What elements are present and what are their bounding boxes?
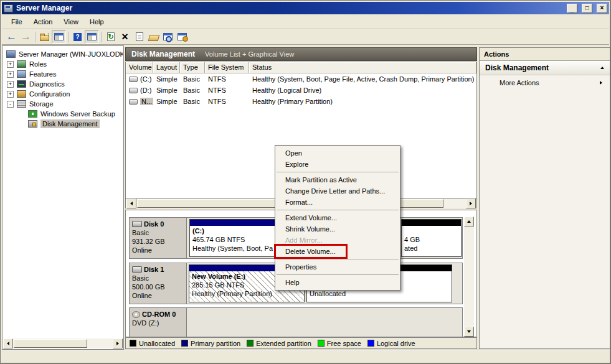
actions-pane-title: Actions: [480, 48, 610, 61]
roles-icon: [17, 60, 26, 68]
find-button[interactable]: [161, 30, 175, 44]
column-header-layout[interactable]: Layout: [153, 62, 180, 73]
disk-icon: [132, 266, 142, 273]
context-menu-format[interactable]: Format...: [275, 197, 400, 208]
open-folder-icon: [148, 35, 159, 41]
new-window-button[interactable]: [175, 30, 189, 44]
refresh-button[interactable]: [103, 30, 118, 44]
maximize-button[interactable]: □: [582, 4, 592, 13]
show-action-pane-button[interactable]: [85, 30, 99, 44]
storage-icon: [17, 100, 26, 108]
context-menu-delete-volume[interactable]: Delete Volume...: [275, 246, 400, 257]
close-button[interactable]: ×: [597, 4, 607, 13]
extended-partition-swatch: [247, 340, 253, 347]
tree-item-disk-management[interactable]: Disk Management: [3, 119, 123, 129]
action-pane-icon: [87, 33, 97, 40]
scroll-left-button[interactable]: [3, 338, 13, 348]
more-actions-item[interactable]: More Actions: [480, 75, 610, 90]
column-header-status[interactable]: Status: [249, 62, 476, 73]
menu-help[interactable]: Help: [84, 16, 110, 27]
disk-0-label[interactable]: Disk 0 Basic 931.32 GB Online: [130, 218, 187, 258]
delete-button[interactable]: [118, 30, 132, 44]
down-arrow-icon: [467, 330, 471, 335]
left-arrow-icon: [128, 202, 133, 205]
help-button[interactable]: [70, 30, 85, 44]
menu-action[interactable]: Action: [28, 16, 59, 27]
context-menu-explore[interactable]: Explore: [275, 159, 400, 170]
tree-item-roles[interactable]: + Roles: [3, 59, 123, 69]
expand-icon[interactable]: +: [7, 91, 14, 98]
context-menu-open[interactable]: Open: [275, 147, 400, 159]
cdrom-0-label[interactable]: CD-ROM 0 DVD (Z:) No Media: [130, 308, 187, 337]
new-window-icon: [178, 33, 187, 40]
tree-item-diagnostics[interactable]: + Diagnostics: [3, 79, 123, 89]
cdrom-0-row: CD-ROM 0 DVD (Z:) No Media: [129, 307, 463, 337]
scroll-down-button[interactable]: [464, 327, 474, 337]
column-header-volume[interactable]: Volume: [126, 62, 153, 73]
context-menu-extend-volume[interactable]: Extend Volume...: [275, 212, 400, 223]
tree-item-storage[interactable]: - Storage: [3, 99, 123, 109]
context-menu-properties[interactable]: Properties: [275, 261, 400, 273]
scroll-right-button[interactable]: [466, 198, 476, 208]
logical-drive-swatch: [367, 340, 374, 347]
context-menu-help[interactable]: Help: [275, 277, 400, 288]
table-row[interactable]: (D:) Simple Basic NTFS Healthy (Logical …: [126, 85, 476, 96]
collapse-icon[interactable]: -: [7, 101, 14, 108]
toolbar-separator: [68, 32, 69, 42]
menu-separator: [277, 274, 399, 275]
context-menu-change-drive-letter[interactable]: Change Drive Letter and Paths...: [275, 185, 400, 197]
tree-horizontal-scrollbar[interactable]: [3, 338, 123, 348]
table-row[interactable]: (C:) Simple Basic NTFS Healthy (System, …: [126, 73, 476, 85]
scroll-left-button[interactable]: [126, 198, 136, 208]
scrollbar-thumb[interactable]: [14, 339, 87, 348]
properties-sheet-icon: [136, 32, 143, 41]
minimize-button[interactable]: _: [567, 4, 577, 13]
graphical-view-vertical-scrollbar[interactable]: [464, 217, 474, 337]
scroll-up-button[interactable]: [464, 217, 474, 226]
column-header-file-system[interactable]: File System: [205, 62, 249, 73]
actions-section-disk-management[interactable]: Disk Management: [480, 61, 610, 75]
show-console-tree-button[interactable]: [52, 30, 66, 44]
up-one-level-button[interactable]: [37, 30, 52, 44]
volume-icon: [129, 77, 138, 82]
properties-button[interactable]: [132, 30, 146, 44]
expand-icon[interactable]: +: [7, 71, 14, 78]
app-icon: [4, 4, 13, 12]
server-manager-icon: [6, 50, 16, 58]
status-bar: [2, 350, 609, 362]
context-menu-shrink-volume[interactable]: Shrink Volume...: [275, 223, 400, 235]
collapse-section-icon[interactable]: [600, 65, 604, 69]
tree-item-configuration[interactable]: + Configuration: [3, 89, 123, 99]
table-row-selected[interactable]: N... Simple Basic NTFS Healthy (Primary …: [126, 96, 476, 107]
scroll-right-button[interactable]: [113, 338, 123, 348]
disk-1-label[interactable]: Disk 1 Basic 500.00 GB Online: [130, 263, 187, 304]
expand-icon[interactable]: +: [7, 61, 14, 68]
open-folder-button[interactable]: [146, 30, 161, 44]
tree-item-features[interactable]: + Features: [3, 69, 123, 79]
features-icon: [17, 70, 26, 78]
context-menu-mark-partition-active[interactable]: Mark Partition as Active: [275, 174, 400, 185]
tree-item-server-manager-root[interactable]: Server Manager (WIN-JUOXLODKC: [3, 49, 123, 59]
disk-0-unallocated[interactable]: 4 GB ated: [401, 219, 462, 257]
disk-icon: [132, 221, 142, 227]
back-button[interactable]: [4, 30, 19, 44]
server-manager-window: Server Manager _ □ × File Action View He…: [0, 0, 611, 364]
menu-view[interactable]: View: [58, 16, 84, 27]
menu-file[interactable]: File: [6, 16, 28, 27]
forward-button[interactable]: [19, 30, 33, 44]
column-header-type[interactable]: Type: [180, 62, 205, 73]
diagnostics-icon: [17, 80, 26, 88]
tree-item-windows-server-backup[interactable]: Windows Server Backup: [3, 109, 123, 119]
unallocated-swatch: [130, 340, 136, 347]
menu-separator: [277, 259, 399, 259]
menu-separator: [277, 210, 399, 210]
actions-pane: Actions Disk Management More Actions: [479, 47, 610, 349]
magnifier-icon: [163, 33, 173, 40]
title-bar: Server Manager _ □ ×: [2, 2, 609, 14]
expand-icon[interactable]: +: [7, 81, 14, 88]
toolbar-separator: [101, 32, 102, 42]
primary-partition-swatch: [181, 340, 188, 347]
window-title: Server Manager: [16, 4, 562, 12]
legend-item: Logical drive: [367, 340, 415, 347]
refresh-icon: [107, 32, 115, 41]
